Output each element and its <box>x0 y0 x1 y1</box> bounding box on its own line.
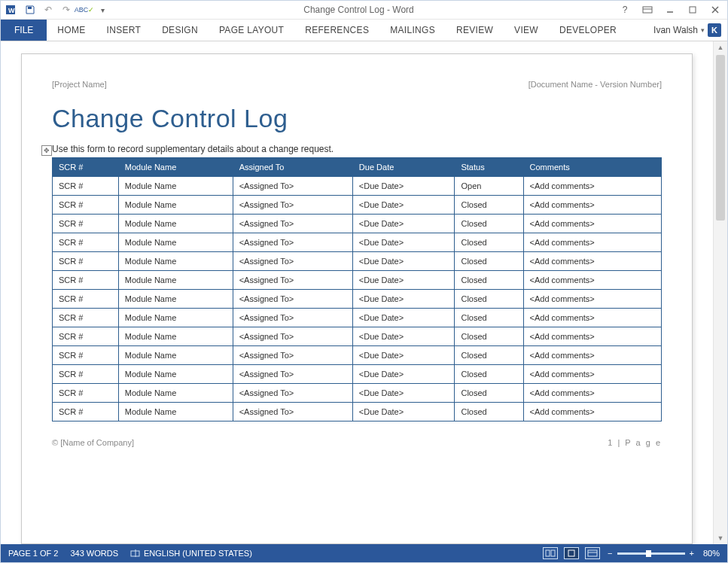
table-row[interactable]: SCR #Module Name<Assigned To><Due Date>C… <box>53 327 662 346</box>
cell-assigned[interactable]: <Assigned To> <box>233 403 352 421</box>
cell-assigned[interactable]: <Assigned To> <box>233 346 352 365</box>
cell-due[interactable]: <Due Date> <box>352 403 455 421</box>
cell-comments[interactable]: <Add comments> <box>523 215 661 233</box>
table-row[interactable]: SCR #Module Name<Assigned To><Due Date>C… <box>53 233 662 252</box>
table-row[interactable]: SCR #Module Name<Assigned To><Due Date>C… <box>53 365 662 384</box>
table-row[interactable]: SCR #Module Name<Assigned To><Due Date>C… <box>53 271 662 290</box>
cell-comments[interactable]: <Add comments> <box>523 403 661 421</box>
customize-qat-icon[interactable]: ▾ <box>96 3 109 17</box>
cell-comments[interactable]: <Add comments> <box>523 252 661 271</box>
cell-module[interactable]: Module Name <box>118 252 233 271</box>
cell-module[interactable]: Module Name <box>118 309 233 327</box>
cell-due[interactable]: <Due Date> <box>352 384 455 403</box>
zoom-out-icon[interactable]: − <box>608 549 612 558</box>
document-viewport[interactable]: [Project Name] [Document Name - Version … <box>1 41 713 544</box>
tab-mailings[interactable]: MAILINGS <box>379 20 446 41</box>
cell-comments[interactable]: <Add comments> <box>523 384 661 403</box>
cell-status[interactable]: Closed <box>455 196 523 215</box>
scroll-down-icon[interactable]: ▼ <box>714 532 727 544</box>
cell-status[interactable]: Closed <box>455 215 523 233</box>
redo-icon[interactable]: ↷ <box>59 3 73 17</box>
cell-due[interactable]: <Due Date> <box>352 252 455 271</box>
cell-module[interactable]: Module Name <box>118 346 233 365</box>
web-layout-icon[interactable] <box>585 547 600 559</box>
tab-page-layout[interactable]: PAGE LAYOUT <box>209 20 294 41</box>
tab-insert[interactable]: INSERT <box>96 20 152 41</box>
cell-scr[interactable]: SCR # <box>53 271 119 290</box>
cell-due[interactable]: <Due Date> <box>352 196 455 215</box>
cell-status[interactable]: Closed <box>455 233 523 252</box>
scroll-up-icon[interactable]: ▲ <box>714 41 727 53</box>
maximize-icon[interactable] <box>685 3 700 17</box>
cell-module[interactable]: Module Name <box>118 196 233 215</box>
close-icon[interactable] <box>708 3 723 17</box>
cell-assigned[interactable]: <Assigned To> <box>233 271 352 290</box>
cell-assigned[interactable]: <Assigned To> <box>233 384 352 403</box>
ribbon-display-icon[interactable] <box>640 3 655 17</box>
cell-scr[interactable]: SCR # <box>53 403 119 421</box>
vertical-scrollbar[interactable]: ▲ ▼ <box>713 41 727 544</box>
tab-view[interactable]: VIEW <box>504 20 549 41</box>
cell-due[interactable]: <Due Date> <box>352 327 455 346</box>
table-row[interactable]: SCR #Module Name<Assigned To><Due Date>C… <box>53 309 662 327</box>
table-row[interactable]: SCR #Module Name<Assigned To><Due Date>C… <box>53 290 662 309</box>
cell-comments[interactable]: <Add comments> <box>523 327 661 346</box>
table-row[interactable]: SCR #Module Name<Assigned To><Due Date>C… <box>53 252 662 271</box>
cell-assigned[interactable]: <Assigned To> <box>233 233 352 252</box>
cell-assigned[interactable]: <Assigned To> <box>233 290 352 309</box>
cell-module[interactable]: Module Name <box>118 365 233 384</box>
tab-developer[interactable]: DEVELOPER <box>549 20 627 41</box>
change-log-table[interactable]: SCR #Module NameAssigned ToDue DateStatu… <box>52 157 662 421</box>
tab-file[interactable]: FILE <box>1 20 47 41</box>
account-area[interactable]: Ivan Walsh ▾ K <box>653 20 727 41</box>
zoom-slider[interactable] <box>617 552 685 555</box>
scroll-thumb[interactable] <box>716 55 725 221</box>
table-row[interactable]: SCR #Module Name<Assigned To><Due Date>C… <box>53 215 662 233</box>
cell-module[interactable]: Module Name <box>118 290 233 309</box>
cell-module[interactable]: Module Name <box>118 271 233 290</box>
cell-due[interactable]: <Due Date> <box>352 290 455 309</box>
cell-status[interactable]: Open <box>455 177 523 196</box>
save-icon[interactable] <box>23 3 37 17</box>
spellcheck-icon[interactable]: ABC✓ <box>78 3 91 17</box>
cell-assigned[interactable]: <Assigned To> <box>233 252 352 271</box>
print-layout-icon[interactable] <box>564 547 579 559</box>
cell-due[interactable]: <Due Date> <box>352 365 455 384</box>
minimize-icon[interactable] <box>663 3 678 17</box>
cell-scr[interactable]: SCR # <box>53 177 119 196</box>
tab-home[interactable]: HOME <box>47 20 96 41</box>
tab-design[interactable]: DESIGN <box>151 20 209 41</box>
cell-status[interactable]: Closed <box>455 290 523 309</box>
table-move-handle-icon[interactable]: ✥ <box>41 145 52 156</box>
cell-module[interactable]: Module Name <box>118 327 233 346</box>
tab-review[interactable]: REVIEW <box>446 20 504 41</box>
status-page[interactable]: PAGE 1 OF 2 <box>8 549 58 558</box>
zoom-level[interactable]: 80% <box>703 549 720 558</box>
cell-module[interactable]: Module Name <box>118 177 233 196</box>
cell-due[interactable]: <Due Date> <box>352 233 455 252</box>
cell-status[interactable]: Closed <box>455 252 523 271</box>
table-row[interactable]: SCR #Module Name<Assigned To><Due Date>C… <box>53 346 662 365</box>
tab-references[interactable]: REFERENCES <box>294 20 379 41</box>
cell-module[interactable]: Module Name <box>118 384 233 403</box>
cell-scr[interactable]: SCR # <box>53 215 119 233</box>
zoom-slider-thumb[interactable] <box>646 550 651 557</box>
cell-status[interactable]: Closed <box>455 327 523 346</box>
cell-assigned[interactable]: <Assigned To> <box>233 365 352 384</box>
cell-status[interactable]: Closed <box>455 309 523 327</box>
cell-scr[interactable]: SCR # <box>53 290 119 309</box>
cell-module[interactable]: Module Name <box>118 403 233 421</box>
cell-comments[interactable]: <Add comments> <box>523 290 661 309</box>
cell-assigned[interactable]: <Assigned To> <box>233 327 352 346</box>
cell-due[interactable]: <Due Date> <box>352 309 455 327</box>
cell-status[interactable]: Closed <box>455 384 523 403</box>
cell-scr[interactable]: SCR # <box>53 327 119 346</box>
cell-comments[interactable]: <Add comments> <box>523 346 661 365</box>
help-icon[interactable]: ? <box>617 3 632 17</box>
cell-due[interactable]: <Due Date> <box>352 271 455 290</box>
cell-scr[interactable]: SCR # <box>53 196 119 215</box>
cell-status[interactable]: Closed <box>455 271 523 290</box>
cell-comments[interactable]: <Add comments> <box>523 233 661 252</box>
cell-due[interactable]: <Due Date> <box>352 215 455 233</box>
zoom-in-icon[interactable]: + <box>690 549 694 558</box>
